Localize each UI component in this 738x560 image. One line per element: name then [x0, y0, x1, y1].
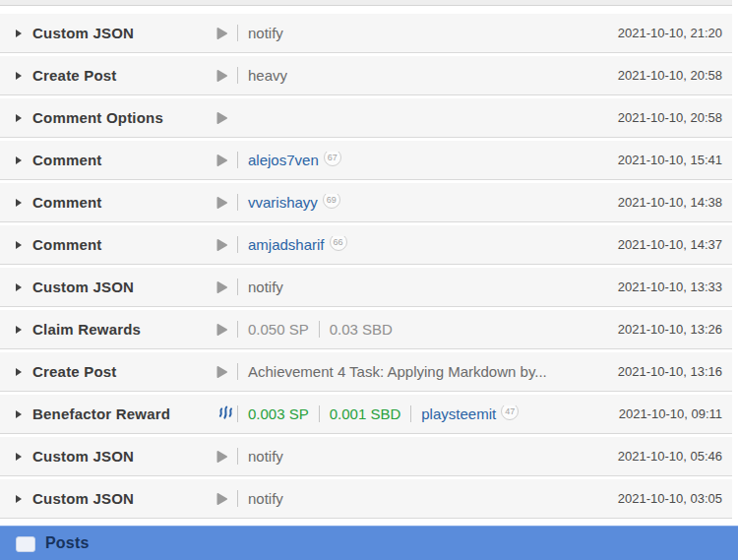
- reputation-badge: 66: [330, 236, 347, 251]
- user-link[interactable]: alejos7ven: [248, 152, 319, 168]
- operation-name: Create Post: [32, 67, 215, 84]
- timestamp: 2021-10-10, 20:58: [608, 110, 722, 125]
- operation-name: Claim Rewards: [32, 321, 215, 338]
- expand-caret-icon[interactable]: [16, 283, 22, 291]
- expand-caret-icon[interactable]: [16, 241, 22, 249]
- pipe-divider: [319, 321, 320, 338]
- expand-caret-icon[interactable]: [16, 453, 22, 461]
- play-icon: [215, 450, 237, 464]
- timestamp: 2021-10-10, 13:26: [608, 322, 722, 337]
- operation-name: Custom JSON: [32, 279, 215, 295]
- user-link[interactable]: vvarishayy: [248, 194, 318, 211]
- pipe-divider: [237, 405, 238, 422]
- timestamp: 2021-10-10, 14:37: [608, 237, 722, 252]
- expand-caret-icon[interactable]: [16, 495, 22, 503]
- previous-row-edge: [0, 0, 732, 6]
- play-icon: [215, 238, 237, 252]
- transaction-row[interactable]: Claim Rewards 0.050 SP0.03 SBD 2021-10-1…: [0, 310, 732, 349]
- details: alejos7ven67: [237, 152, 341, 169]
- transaction-row[interactable]: Comment Options 2021-10-10, 20:58: [0, 98, 732, 138]
- pipe-divider: [237, 448, 238, 465]
- detail-text: heavy: [248, 67, 287, 84]
- details: 0.003 SP0.001 SBDplaysteemit47: [237, 405, 519, 423]
- transaction-row[interactable]: Comment amjadsharif66 2021-10-10, 14:37: [0, 225, 732, 265]
- transaction-history-page: Custom JSON notify 2021-10-10, 21:20 Cre…: [0, 0, 738, 560]
- reputation-badge: 69: [323, 194, 340, 209]
- transaction-row[interactable]: Comment vvarishayy69 2021-10-10, 14:38: [0, 183, 732, 222]
- reward-amount: 0.001 SBD: [330, 405, 401, 422]
- operation-name: Comment: [32, 236, 215, 253]
- details: 0.050 SP0.03 SBD: [237, 321, 393, 338]
- details: notify: [237, 25, 283, 41]
- detail-text: notify: [248, 448, 283, 465]
- user-wrap: alejos7ven67: [248, 152, 341, 169]
- play-icon: [215, 27, 237, 40]
- reputation-badge: 47: [501, 405, 519, 420]
- operation-name: Custom JSON: [32, 490, 215, 507]
- transaction-row[interactable]: Custom JSON notify 2021-10-10, 05:46: [0, 437, 732, 476]
- pipe-divider: [410, 405, 411, 422]
- play-icon: [215, 154, 237, 167]
- operation-name: Comment: [32, 194, 215, 211]
- pipe-divider: [237, 194, 238, 211]
- play-icon: [215, 69, 237, 83]
- pipe-divider: [319, 405, 320, 422]
- pipe-divider: [237, 25, 238, 41]
- detail-text: notify: [248, 490, 283, 507]
- transaction-row[interactable]: Benefactor Reward 0.003 SP0.001 SBDplays…: [0, 395, 732, 434]
- user-wrap: vvarishayy69: [248, 194, 340, 212]
- details: Achievement 4 Task: Applying Markdown by…: [237, 363, 547, 380]
- expand-caret-icon[interactable]: [16, 72, 22, 80]
- details: vvarishayy69: [237, 194, 340, 212]
- reward-amount: 0.003 SP: [248, 405, 309, 422]
- details: notify: [237, 448, 283, 465]
- transaction-row[interactable]: Comment alejos7ven67 2021-10-10, 15:41: [0, 141, 732, 180]
- timestamp: 2021-10-10, 20:58: [608, 68, 722, 83]
- expand-caret-icon[interactable]: [16, 156, 22, 164]
- timestamp: 2021-10-10, 15:41: [608, 153, 722, 167]
- operation-name: Custom JSON: [32, 448, 215, 465]
- expand-caret-icon[interactable]: [16, 410, 22, 418]
- user-wrap: amjadsharif66: [248, 236, 347, 254]
- timestamp: 2021-10-10, 13:16: [608, 364, 722, 379]
- pipe-divider: [237, 279, 238, 295]
- reputation-badge: 67: [324, 152, 341, 166]
- timestamp: 2021-10-10, 05:46: [608, 449, 722, 464]
- transaction-row[interactable]: Custom JSON notify 2021-10-10, 13:33: [0, 268, 732, 307]
- operation-name: Custom JSON: [32, 25, 215, 41]
- transaction-row[interactable]: Custom JSON notify 2021-10-10, 03:05: [0, 479, 732, 519]
- play-icon: [215, 492, 237, 506]
- transaction-row[interactable]: Custom JSON notify 2021-10-10, 21:20: [0, 14, 732, 53]
- pipe-divider: [237, 152, 238, 168]
- expand-caret-icon[interactable]: [16, 30, 22, 37]
- details: heavy: [237, 67, 287, 84]
- play-icon: [215, 280, 237, 294]
- details: notify: [237, 279, 283, 295]
- posts-section-label: Posts: [45, 534, 90, 552]
- operation-name: Comment: [32, 152, 215, 168]
- expand-caret-icon[interactable]: [16, 326, 22, 334]
- pipe-divider: [237, 490, 238, 507]
- details: amjadsharif66: [237, 236, 347, 254]
- detail-text: notify: [248, 279, 283, 295]
- pipe-divider: [237, 321, 238, 338]
- transaction-row[interactable]: Create Post heavy 2021-10-10, 20:58: [0, 56, 732, 95]
- timestamp: 2021-10-10, 09:11: [609, 406, 722, 421]
- operation-name: Benefactor Reward: [32, 405, 215, 422]
- user-link[interactable]: amjadsharif: [248, 236, 325, 253]
- transaction-list: Custom JSON notify 2021-10-10, 21:20 Cre…: [0, 14, 738, 519]
- detail-text: 0.050 SP: [248, 321, 309, 338]
- detail-text: 0.03 SBD: [330, 321, 393, 338]
- expand-caret-icon[interactable]: [16, 368, 22, 376]
- expand-caret-icon[interactable]: [16, 199, 22, 207]
- posts-section-header[interactable]: Posts: [0, 526, 738, 560]
- user-link[interactable]: playsteemit: [421, 405, 496, 422]
- pipe-divider: [237, 67, 238, 84]
- details: notify: [237, 490, 283, 507]
- detail-text: Achievement 4 Task: Applying Markdown by…: [248, 363, 547, 380]
- transaction-row[interactable]: Create Post Achievement 4 Task: Applying…: [0, 352, 732, 392]
- expand-caret-icon[interactable]: [16, 114, 22, 122]
- pipe-divider: [237, 236, 238, 253]
- play-icon: [215, 365, 237, 379]
- pipe-divider: [237, 363, 238, 380]
